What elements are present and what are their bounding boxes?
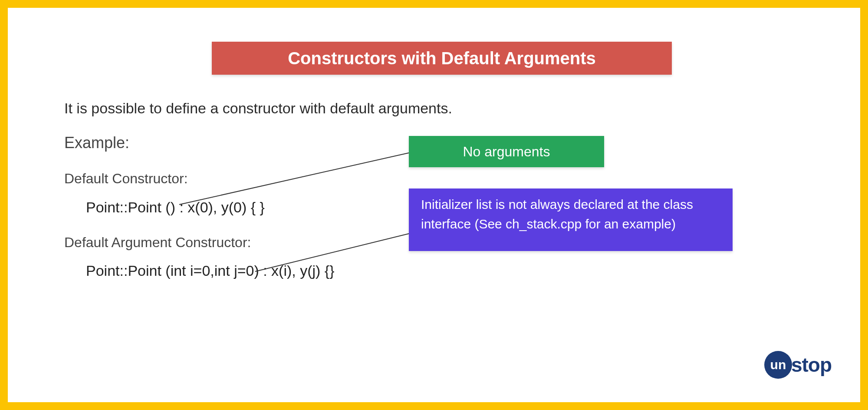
example-label: Example: xyxy=(64,134,129,152)
slide-title: Constructors with Default Arguments xyxy=(212,42,672,75)
intro-text: It is possible to define a constructor w… xyxy=(64,100,452,117)
logo-circle-icon: un xyxy=(764,351,792,379)
callout-initializer-list: Initializer list is not always declared … xyxy=(409,188,733,251)
svg-line-0 xyxy=(179,153,409,205)
default-arg-constructor-code: Point::Point (int i=0,int j=0) : x(i), y… xyxy=(86,262,335,279)
brand-logo: un stop xyxy=(764,351,832,379)
default-arg-constructor-label: Default Argument Constructor: xyxy=(64,235,251,251)
default-constructor-code: Point::Point () : x(0), y(0) { } xyxy=(86,199,265,216)
default-constructor-label: Default Constructor: xyxy=(64,171,188,187)
callout-no-arguments: No arguments xyxy=(409,136,604,167)
logo-text: stop xyxy=(791,353,832,377)
slide-frame: Constructors with Default Arguments It i… xyxy=(0,0,868,410)
